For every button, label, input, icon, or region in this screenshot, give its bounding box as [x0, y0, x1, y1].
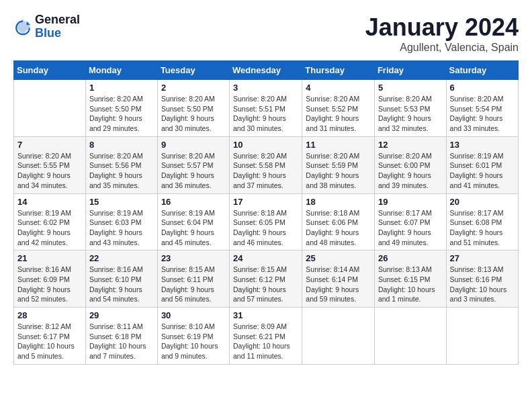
day-info: Sunrise: 8:09 AMSunset: 6:21 PMDaylight:… [233, 322, 298, 361]
calendar-cell: 5Sunrise: 8:20 AMSunset: 5:53 PMDaylight… [374, 80, 446, 137]
day-info: Sunrise: 8:13 AMSunset: 6:16 PMDaylight:… [450, 265, 515, 304]
logo-general-text: General [35, 13, 80, 27]
day-info: Sunrise: 8:12 AMSunset: 6:17 PMDaylight:… [17, 322, 82, 361]
day-info: Sunrise: 8:16 AMSunset: 6:09 PMDaylight:… [17, 265, 82, 304]
calendar-cell: 19Sunrise: 8:17 AMSunset: 6:07 PMDayligh… [374, 193, 446, 250]
calendar-cell: 30Sunrise: 8:10 AMSunset: 6:19 PMDayligh… [157, 308, 229, 365]
calendar-cell: 17Sunrise: 8:18 AMSunset: 6:05 PMDayligh… [230, 193, 302, 250]
title-area: January 2024 Agullent, Valencia, Spain [365, 13, 519, 54]
day-info: Sunrise: 8:20 AMSunset: 5:59 PMDaylight:… [306, 151, 371, 191]
calendar-cell [446, 308, 518, 365]
day-number: 2 [161, 83, 226, 93]
day-number: 7 [17, 140, 82, 150]
calendar-cell: 26Sunrise: 8:13 AMSunset: 6:15 PMDayligh… [374, 250, 446, 308]
page-header: General Blue January 2024 Agullent, Vale… [13, 13, 519, 54]
calendar-week-row: 7Sunrise: 8:20 AMSunset: 5:55 PMDaylight… [14, 136, 519, 193]
calendar-cell: 4Sunrise: 8:20 AMSunset: 5:52 PMDaylight… [302, 80, 375, 137]
calendar-cell: 20Sunrise: 8:17 AMSunset: 6:08 PMDayligh… [446, 193, 518, 250]
day-info: Sunrise: 8:18 AMSunset: 6:05 PMDaylight:… [233, 208, 298, 248]
weekday-header: Saturday [446, 61, 518, 80]
day-info: Sunrise: 8:20 AMSunset: 5:52 PMDaylight:… [306, 94, 371, 134]
day-number: 14 [17, 197, 82, 207]
day-info: Sunrise: 8:20 AMSunset: 5:57 PMDaylight:… [161, 151, 226, 191]
day-info: Sunrise: 8:20 AMSunset: 5:53 PMDaylight:… [378, 94, 443, 134]
calendar-cell: 24Sunrise: 8:15 AMSunset: 6:12 PMDayligh… [230, 250, 302, 308]
day-info: Sunrise: 8:15 AMSunset: 6:12 PMDaylight:… [233, 265, 298, 304]
calendar-cell: 3Sunrise: 8:20 AMSunset: 5:51 PMDaylight… [230, 80, 302, 137]
day-number: 10 [233, 140, 298, 150]
calendar-cell: 6Sunrise: 8:20 AMSunset: 5:54 PMDaylight… [446, 80, 518, 137]
calendar-cell: 29Sunrise: 8:11 AMSunset: 6:18 PMDayligh… [85, 308, 157, 365]
day-info: Sunrise: 8:20 AMSunset: 5:55 PMDaylight:… [17, 151, 82, 191]
logo-text: General Blue [35, 13, 80, 40]
day-info: Sunrise: 8:20 AMSunset: 5:50 PMDaylight:… [161, 94, 226, 134]
day-number: 30 [161, 310, 226, 320]
calendar-cell: 25Sunrise: 8:14 AMSunset: 6:14 PMDayligh… [302, 250, 375, 308]
logo-blue-text: Blue [35, 27, 80, 40]
calendar-cell: 2Sunrise: 8:20 AMSunset: 5:50 PMDaylight… [157, 80, 229, 137]
day-number: 3 [233, 83, 298, 93]
day-number: 22 [89, 253, 154, 263]
logo-icon [13, 17, 32, 36]
calendar-cell: 21Sunrise: 8:16 AMSunset: 6:09 PMDayligh… [14, 250, 86, 308]
day-number: 9 [161, 140, 226, 150]
calendar-cell: 23Sunrise: 8:15 AMSunset: 6:11 PMDayligh… [157, 250, 229, 308]
calendar-cell: 15Sunrise: 8:19 AMSunset: 6:03 PMDayligh… [85, 193, 157, 250]
calendar-cell: 14Sunrise: 8:19 AMSunset: 6:02 PMDayligh… [14, 193, 86, 250]
day-info: Sunrise: 8:20 AMSunset: 5:50 PMDaylight:… [89, 94, 154, 134]
day-number: 4 [306, 83, 371, 93]
day-info: Sunrise: 8:18 AMSunset: 6:06 PMDaylight:… [306, 208, 371, 248]
calendar-cell: 1Sunrise: 8:20 AMSunset: 5:50 PMDaylight… [85, 80, 157, 137]
logo: General Blue [13, 13, 80, 40]
day-info: Sunrise: 8:19 AMSunset: 6:02 PMDaylight:… [17, 208, 82, 248]
calendar-week-row: 14Sunrise: 8:19 AMSunset: 6:02 PMDayligh… [14, 193, 519, 250]
day-number: 8 [89, 140, 154, 150]
location-title: Agullent, Valencia, Spain [365, 42, 519, 54]
day-number: 20 [450, 197, 515, 207]
calendar-cell: 16Sunrise: 8:19 AMSunset: 6:04 PMDayligh… [157, 193, 229, 250]
calendar-cell: 9Sunrise: 8:20 AMSunset: 5:57 PMDaylight… [157, 136, 229, 193]
day-number: 24 [233, 253, 298, 263]
weekday-header: Thursday [302, 61, 375, 80]
weekday-header: Friday [374, 61, 446, 80]
day-number: 29 [89, 310, 154, 320]
calendar-cell: 8Sunrise: 8:20 AMSunset: 5:56 PMDaylight… [85, 136, 157, 193]
calendar-cell [14, 80, 86, 137]
calendar-cell: 7Sunrise: 8:20 AMSunset: 5:55 PMDaylight… [14, 136, 86, 193]
day-number: 16 [161, 197, 226, 207]
day-number: 12 [378, 140, 443, 150]
day-number: 25 [306, 253, 371, 263]
day-info: Sunrise: 8:13 AMSunset: 6:15 PMDaylight:… [378, 265, 443, 304]
calendar-cell: 13Sunrise: 8:19 AMSunset: 6:01 PMDayligh… [446, 136, 518, 193]
day-info: Sunrise: 8:15 AMSunset: 6:11 PMDaylight:… [161, 265, 226, 304]
weekday-header: Wednesday [230, 61, 302, 80]
day-info: Sunrise: 8:17 AMSunset: 6:08 PMDaylight:… [450, 208, 515, 248]
day-number: 11 [306, 140, 371, 150]
calendar-cell [374, 308, 446, 365]
month-title: January 2024 [365, 13, 519, 42]
day-info: Sunrise: 8:19 AMSunset: 6:04 PMDaylight:… [161, 208, 226, 248]
day-info: Sunrise: 8:14 AMSunset: 6:14 PMDaylight:… [306, 265, 371, 304]
calendar-header-row: SundayMondayTuesdayWednesdayThursdayFrid… [14, 61, 519, 80]
weekday-header: Sunday [14, 61, 86, 80]
calendar-cell: 11Sunrise: 8:20 AMSunset: 5:59 PMDayligh… [302, 136, 375, 193]
calendar-cell: 10Sunrise: 8:20 AMSunset: 5:58 PMDayligh… [230, 136, 302, 193]
day-number: 1 [89, 83, 154, 93]
calendar-cell: 18Sunrise: 8:18 AMSunset: 6:06 PMDayligh… [302, 193, 375, 250]
day-number: 18 [306, 197, 371, 207]
day-number: 23 [161, 253, 226, 263]
day-number: 13 [450, 140, 515, 150]
day-info: Sunrise: 8:10 AMSunset: 6:19 PMDaylight:… [161, 322, 226, 361]
calendar-cell: 31Sunrise: 8:09 AMSunset: 6:21 PMDayligh… [230, 308, 302, 365]
calendar-cell: 12Sunrise: 8:20 AMSunset: 6:00 PMDayligh… [374, 136, 446, 193]
calendar-cell: 28Sunrise: 8:12 AMSunset: 6:17 PMDayligh… [14, 308, 86, 365]
day-info: Sunrise: 8:20 AMSunset: 5:56 PMDaylight:… [89, 151, 154, 191]
calendar-week-row: 21Sunrise: 8:16 AMSunset: 6:09 PMDayligh… [14, 250, 519, 308]
calendar-week-row: 28Sunrise: 8:12 AMSunset: 6:17 PMDayligh… [14, 308, 519, 365]
day-info: Sunrise: 8:20 AMSunset: 5:58 PMDaylight:… [233, 151, 298, 191]
calendar-table: SundayMondayTuesdayWednesdayThursdayFrid… [13, 60, 519, 365]
day-number: 6 [450, 83, 515, 93]
day-number: 28 [17, 310, 82, 320]
calendar-cell: 22Sunrise: 8:16 AMSunset: 6:10 PMDayligh… [85, 250, 157, 308]
day-info: Sunrise: 8:20 AMSunset: 5:54 PMDaylight:… [450, 94, 515, 134]
